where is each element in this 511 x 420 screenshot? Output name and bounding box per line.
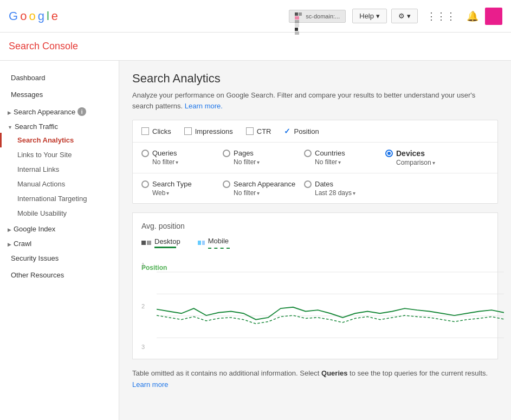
devices-dropdown: ▾ xyxy=(432,160,435,166)
dim-search-appearance[interactable]: Search Appearance No filter ▾ xyxy=(223,180,304,197)
site-url: sc-domain:... xyxy=(306,13,340,20)
legend-mobile: Mobile xyxy=(198,237,230,249)
sidebar-item-other-resources[interactable]: Other Resources xyxy=(0,267,119,283)
sidebar-item-messages[interactable]: Messages xyxy=(0,86,119,103)
dates-dropdown: ▾ xyxy=(353,190,355,196)
ctr-label: CTR xyxy=(257,127,271,135)
dim-pages[interactable]: Pages No filter ▾ xyxy=(223,149,304,166)
page-title: Search Analytics xyxy=(132,72,498,86)
search-type-label: Search Type xyxy=(152,180,192,188)
metric-position[interactable]: ✓ Position xyxy=(284,127,319,135)
help-dropdown-arrow: ▾ xyxy=(376,12,380,20)
logo-g: G xyxy=(9,9,18,23)
desktop-icon xyxy=(141,241,151,245)
chart-area: Avg. position Desktop xyxy=(132,212,498,359)
chart-title: Avg. position xyxy=(141,222,489,230)
search-type-radio[interactable] xyxy=(141,180,149,188)
y-axis-numbers: 1 2 3 xyxy=(141,262,157,350)
pages-radio[interactable] xyxy=(223,150,230,157)
site-selector[interactable]: sc-domain:... xyxy=(289,10,346,23)
countries-filter[interactable]: No filter ▾ xyxy=(304,158,385,166)
dates-filter[interactable]: Last 28 days ▾ xyxy=(304,189,385,197)
user-avatar[interactable] xyxy=(485,8,502,25)
metric-clicks[interactable]: Clicks xyxy=(141,127,171,135)
metrics-row: Clicks Impressions CTR ✓ Position xyxy=(133,120,497,143)
sidebar-item-international-targeting[interactable]: International Targeting xyxy=(0,191,119,206)
search-appearance-label: Search Appearance xyxy=(234,180,295,188)
help-label: Help xyxy=(359,12,374,20)
apps-icon[interactable]: ⋮⋮⋮ xyxy=(422,8,460,24)
position-checkmark: ✓ xyxy=(284,127,290,135)
dates-label: Dates xyxy=(315,180,333,188)
learn-more-link[interactable]: Learn more. xyxy=(185,102,223,110)
chart-svg xyxy=(157,262,504,348)
sub-header-title: Search Console xyxy=(9,41,78,52)
devices-label: Devices xyxy=(396,149,425,158)
settings-button[interactable]: ⚙ ▾ xyxy=(391,9,418,23)
metric-ctr[interactable]: CTR xyxy=(246,127,271,135)
countries-radio[interactable] xyxy=(304,150,312,157)
dim-queries[interactable]: Queries No filter ▾ xyxy=(141,149,223,166)
sidebar-item-mobile-usability[interactable]: Mobile Usability xyxy=(0,206,119,221)
sidebar-section-search-traffic[interactable]: Search Traffic xyxy=(0,118,119,133)
dim-devices[interactable]: Devices Comparison ▾ xyxy=(385,149,467,166)
expand-icon xyxy=(8,225,11,233)
logo-l: l xyxy=(47,9,49,23)
site-favicon xyxy=(295,12,302,20)
main-content: Search Analytics Analyze your performanc… xyxy=(119,61,511,420)
pages-label: Pages xyxy=(234,149,254,157)
logo-e: e xyxy=(51,9,58,23)
settings-dropdown-arrow: ▾ xyxy=(407,12,411,20)
pages-dropdown: ▾ xyxy=(257,159,260,165)
sidebar-section-search-appearance[interactable]: Search Appearance i xyxy=(0,103,119,118)
countries-dropdown: ▾ xyxy=(338,159,341,165)
dim-dates[interactable]: Dates Last 28 days ▾ xyxy=(304,180,385,197)
chart-wrapper: Position 1 2 3 xyxy=(141,262,489,350)
pages-filter[interactable]: No filter ▾ xyxy=(223,158,304,166)
mobile-legend-label: Mobile xyxy=(208,237,229,245)
sidebar-item-security-issues[interactable]: Security Issues xyxy=(0,250,119,267)
sidebar-section-crawl[interactable]: Crawl xyxy=(0,235,119,250)
header: Google sc-domain:... Help ▾ ⚙ ▾ ⋮⋮⋮ 🔔 xyxy=(0,0,511,33)
logo-g2: g xyxy=(38,9,44,23)
chart-legend: Desktop Mobile xyxy=(141,237,489,249)
queries-filter[interactable]: No filter ▾ xyxy=(141,158,223,166)
sidebar-item-dashboard[interactable]: Dashboard xyxy=(0,69,119,86)
main-layout: Dashboard Messages Search Appearance i S… xyxy=(0,61,511,420)
logo-o1: o xyxy=(20,9,27,23)
position-label: Position xyxy=(294,127,319,135)
bottom-learn-more-link[interactable]: Learn more xyxy=(132,380,168,389)
page-description: Analyze your performance on Google Searc… xyxy=(132,90,498,111)
search-appearance-radio[interactable] xyxy=(223,180,230,188)
dim-countries[interactable]: Countries No filter ▾ xyxy=(304,149,385,166)
collapse-icon xyxy=(8,122,12,131)
queries-label: Queries xyxy=(152,149,177,157)
impressions-checkbox[interactable] xyxy=(184,127,192,135)
queries-dropdown: ▾ xyxy=(176,159,178,165)
metric-impressions[interactable]: Impressions xyxy=(184,127,233,135)
info-icon[interactable]: i xyxy=(77,107,86,116)
clicks-checkbox[interactable] xyxy=(141,127,149,135)
ctr-checkbox[interactable] xyxy=(246,127,254,135)
dates-radio[interactable] xyxy=(304,180,312,188)
devices-filter[interactable]: Comparison ▾ xyxy=(385,159,467,166)
sidebar-item-links-to-your-site[interactable]: Links to Your Site xyxy=(0,147,119,162)
search-type-filter[interactable]: Web ▾ xyxy=(141,189,223,197)
search-appearance-filter[interactable]: No filter ▾ xyxy=(223,189,304,197)
sidebar-item-manual-actions[interactable]: Manual Actions xyxy=(0,177,119,191)
sidebar-item-search-analytics[interactable]: Search Analytics xyxy=(0,133,119,147)
bottom-note: Table omitted as it contains no addition… xyxy=(132,368,498,391)
sidebar-section-google-index[interactable]: Google Index xyxy=(0,221,119,235)
dim-search-type[interactable]: Search Type Web ▾ xyxy=(141,180,223,197)
legend-desktop: Desktop xyxy=(141,237,180,249)
sidebar: Dashboard Messages Search Appearance i S… xyxy=(0,61,119,420)
help-button[interactable]: Help ▾ xyxy=(352,9,387,23)
devices-radio[interactable] xyxy=(385,150,393,157)
queries-radio[interactable] xyxy=(141,150,149,157)
mobile-icon xyxy=(198,241,205,245)
countries-label: Countries xyxy=(315,149,345,157)
sidebar-item-internal-links[interactable]: Internal Links xyxy=(0,162,119,177)
desktop-legend-label: Desktop xyxy=(154,237,180,245)
chart-plot: 1 2 3 xyxy=(141,262,489,350)
notifications-icon[interactable]: 🔔 xyxy=(462,8,483,24)
